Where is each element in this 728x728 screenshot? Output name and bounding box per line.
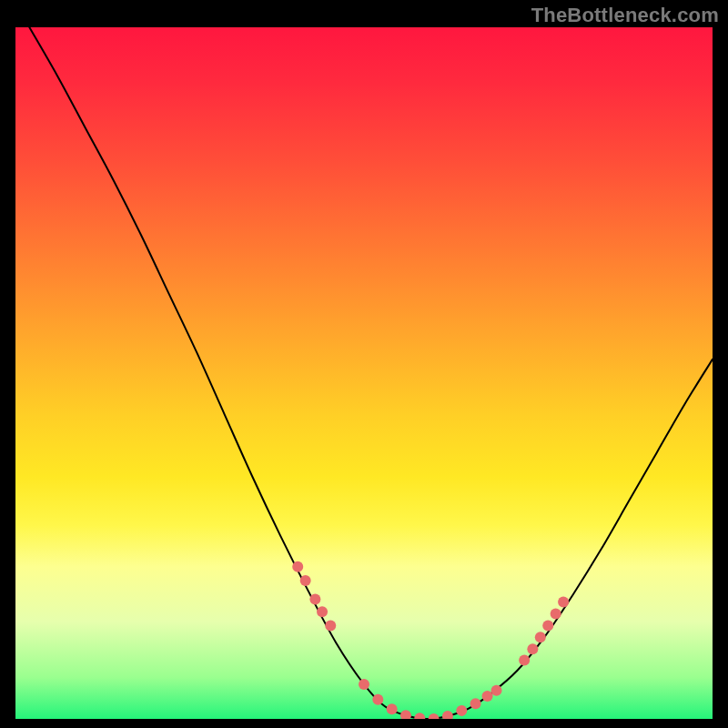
chart-frame: TheBottleneck.com	[0, 0, 728, 728]
marker-dot	[429, 713, 440, 719]
marker-dot	[387, 703, 398, 714]
marker-dot	[300, 575, 311, 586]
marker-dot	[527, 643, 538, 654]
watermark-label: TheBottleneck.com	[531, 4, 719, 27]
chart-svg	[15, 27, 713, 719]
marker-dot	[414, 713, 425, 719]
marker-dot	[558, 597, 569, 608]
marker-dot	[482, 691, 493, 702]
plot-area	[15, 27, 713, 719]
marker-dot	[551, 608, 561, 619]
bottleneck-curve	[29, 27, 713, 719]
marker-dot	[442, 711, 453, 719]
marker-dot	[317, 606, 328, 617]
marker-dot	[372, 694, 383, 705]
marker-dot	[470, 698, 481, 709]
marker-dot	[325, 620, 336, 631]
marker-dot	[542, 620, 553, 631]
marker-dot	[292, 561, 303, 572]
marker-dot	[309, 594, 320, 605]
marker-dot	[400, 710, 411, 719]
marker-dot	[359, 679, 369, 690]
marker-dot	[491, 685, 502, 696]
marker-dot	[519, 654, 530, 665]
marker-dot	[456, 705, 467, 716]
marker-dot	[535, 632, 546, 642]
